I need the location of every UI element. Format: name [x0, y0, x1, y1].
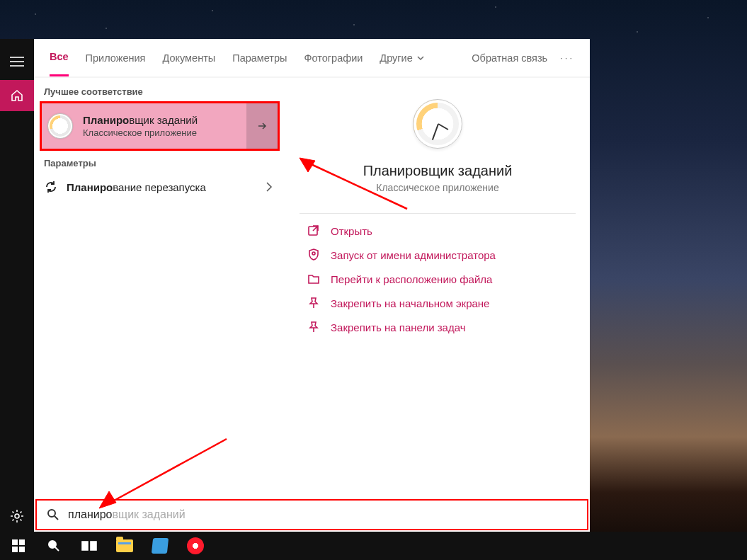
more-options-button[interactable]: ··· — [560, 52, 574, 63]
best-match-title: Планировщик заданий — [83, 114, 198, 126]
taskbar-explorer[interactable] — [108, 532, 142, 560]
action-pin-taskbar[interactable]: Закрепить на панели задач — [307, 320, 569, 334]
tabs: Все Приложения Документы Параметры Фотог… — [50, 39, 426, 76]
file-explorer-icon — [116, 539, 133, 552]
best-match-result[interactable]: Планировщик заданий Классическое приложе… — [40, 101, 280, 151]
tab-all[interactable]: Все — [50, 39, 69, 76]
task-scheduler-icon — [47, 113, 73, 139]
tab-more-label: Другие — [380, 52, 412, 64]
action-goto-location-label: Перейти к расположению файла — [331, 273, 492, 285]
search-typed: планиро — [68, 508, 112, 520]
chevron-down-icon — [416, 53, 426, 63]
search-icon — [47, 539, 60, 552]
param-result-label: Планирование перезапуска — [67, 181, 254, 193]
search-icon — [47, 508, 59, 521]
taskbar-opera[interactable] — [178, 532, 212, 560]
mail-app-icon — [152, 538, 169, 554]
search-text: планировщик заданий — [68, 508, 186, 521]
best-match-expand-button[interactable] — [246, 103, 278, 149]
rail-home-button[interactable] — [0, 80, 34, 111]
search-panel: Все Приложения Документы Параметры Фотог… — [34, 39, 590, 532]
section-best-match-label: Лучшее соответствие — [34, 86, 285, 101]
tab-params[interactable]: Параметры — [232, 39, 287, 76]
section-params-label: Параметры — [34, 158, 285, 173]
action-open[interactable]: Открыть — [307, 224, 569, 238]
svg-point-5 — [312, 252, 315, 255]
topbar: Все Приложения Документы Параметры Фотог… — [34, 39, 590, 78]
arrow-right-icon — [255, 119, 269, 133]
action-pin-taskbar-label: Закрепить на панели задач — [331, 321, 466, 333]
param-result-restart-planning[interactable]: Планирование перезапуска — [34, 173, 285, 201]
best-match-subtitle: Классическое приложение — [83, 127, 198, 138]
rail-menu-button[interactable] — [0, 46, 34, 77]
start-button[interactable] — [1, 532, 35, 560]
svg-line-15 — [55, 547, 59, 551]
taskbar-mail[interactable] — [143, 532, 177, 560]
folder-location-icon — [307, 272, 321, 286]
action-open-label: Открыть — [331, 225, 372, 237]
action-pin-start-label: Закрепить на начальном экране — [331, 297, 489, 309]
open-icon — [307, 224, 321, 238]
hamburger-icon — [10, 56, 24, 67]
svg-rect-17 — [91, 542, 96, 550]
chevron-right-icon — [263, 181, 275, 193]
details-task-scheduler-icon — [413, 99, 462, 149]
task-view-icon — [81, 539, 97, 552]
windows-logo-icon — [12, 539, 25, 552]
refresh-icon — [44, 180, 58, 194]
details-title: Планировщик заданий — [363, 163, 513, 179]
details-column: Планировщик заданий Классическое приложе… — [285, 78, 590, 499]
action-run-admin-label: Запуск от имени администратора — [331, 249, 496, 261]
results-column: Лучшее соответствие Планировщик заданий … — [34, 78, 285, 499]
tab-photos[interactable]: Фотографии — [304, 39, 363, 76]
tab-apps[interactable]: Приложения — [86, 39, 146, 76]
details-separator — [300, 213, 576, 214]
task-view-button[interactable] — [72, 532, 106, 560]
left-rail — [0, 39, 34, 532]
pin-taskbar-icon — [307, 320, 321, 334]
action-pin-start[interactable]: Закрепить на начальном экране — [307, 296, 569, 310]
details-subtitle: Классическое приложение — [376, 182, 498, 193]
taskbar-search-button[interactable] — [37, 532, 71, 560]
gear-icon — [10, 509, 24, 523]
svg-point-14 — [49, 541, 56, 548]
action-list: Открыть Запуск от имени администратора П… — [300, 224, 576, 334]
rail-settings-button[interactable] — [0, 501, 34, 532]
action-run-admin[interactable]: Запуск от имени администратора — [307, 248, 569, 262]
home-icon — [10, 88, 24, 103]
opera-icon — [187, 537, 204, 554]
pin-start-icon — [307, 296, 321, 310]
tab-more[interactable]: Другие — [380, 39, 425, 76]
shield-person-icon — [307, 248, 321, 262]
feedback-link[interactable]: Обратная связь — [472, 52, 547, 64]
svg-rect-16 — [82, 542, 88, 550]
svg-point-3 — [15, 514, 19, 518]
action-goto-location[interactable]: Перейти к расположению файла — [307, 272, 569, 286]
tab-docs[interactable]: Документы — [162, 39, 215, 76]
taskbar — [0, 532, 747, 560]
svg-line-9 — [55, 516, 58, 520]
search-autocomplete-ghost: вщик заданий — [112, 508, 185, 520]
search-window: Все Приложения Документы Параметры Фотог… — [0, 39, 590, 532]
svg-point-8 — [48, 510, 55, 517]
search-bar[interactable]: планировщик заданий — [35, 499, 588, 530]
